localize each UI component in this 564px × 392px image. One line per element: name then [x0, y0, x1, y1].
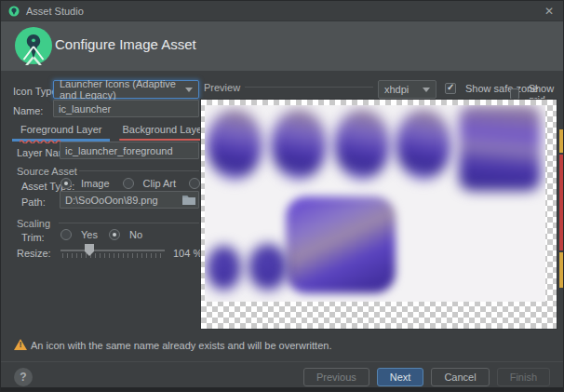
tab-foreground-layer[interactable]: Foreground Layer	[10, 121, 112, 142]
tab-label: Foreground Layer	[20, 124, 101, 135]
preview-section-label: Preview	[204, 82, 240, 93]
stripe-warning-mark	[559, 129, 563, 153]
preview-canvas	[201, 100, 557, 329]
window-title: Asset Studio	[26, 6, 84, 17]
help-button[interactable]: ?	[14, 368, 33, 386]
radio-clip-art-label: Clip Art	[143, 178, 176, 189]
preview-icon-blob	[396, 109, 451, 180]
icon-type-select[interactable]: Launcher Icons (Adaptive and Legacy)	[53, 80, 199, 99]
finish-button: Finish	[497, 368, 550, 386]
path-label: Path:	[21, 196, 46, 208]
preview-icon-blob	[271, 109, 327, 180]
warning-icon	[14, 339, 27, 350]
name-input[interactable]	[53, 100, 199, 117]
warning-text: An icon with the same name already exist…	[31, 340, 331, 351]
section-divider	[79, 170, 199, 171]
dialog-title: Configure Image Asset	[55, 36, 196, 52]
dialog-header: Configure Image Asset	[1, 21, 563, 71]
preview-icon-blob	[207, 246, 241, 291]
next-button[interactable]: Next	[377, 368, 424, 386]
chevron-down-icon	[185, 88, 193, 92]
android-studio-logo-icon	[14, 26, 53, 65]
icon-type-value: Launcher Icons (Adaptive and Legacy)	[60, 78, 185, 101]
radio-image-label: Image	[81, 178, 110, 189]
folder-icon[interactable]	[181, 194, 196, 205]
title-bar: Asset Studio ✕	[1, 1, 563, 21]
stripe-warning-mark	[559, 252, 563, 288]
name-label: Name:	[13, 105, 43, 116]
layer-name-input[interactable]	[60, 142, 199, 159]
density-value: xhdpi	[384, 84, 409, 95]
trim-radio-group: Yes No	[60, 229, 142, 240]
scaling-section-label: Scaling	[17, 218, 50, 229]
slider-ticks	[62, 253, 165, 258]
section-divider	[59, 223, 199, 223]
slider-track	[60, 250, 165, 251]
preview-icon-blob	[248, 244, 288, 291]
previous-button: Previous	[303, 368, 369, 386]
preview-icon-blob	[286, 196, 396, 293]
button-row: Previous Next Cancel Finish	[303, 368, 550, 386]
tab-label: Background Layer	[122, 124, 205, 135]
path-field-wrap	[60, 191, 199, 209]
radio-trim-no[interactable]	[109, 229, 120, 240]
section-divider	[245, 87, 373, 88]
radio-trim-yes[interactable]	[60, 229, 72, 240]
footer-divider	[1, 361, 563, 362]
path-input[interactable]	[60, 191, 199, 209]
preview-image	[205, 105, 545, 302]
close-icon[interactable]: ✕	[542, 4, 557, 19]
stripe-error-mark	[559, 155, 563, 250]
error-underline	[119, 139, 208, 141]
radio-clip-art[interactable]	[123, 178, 134, 189]
asset-studio-dialog: Asset Studio ✕ Configure Image Asset Ico…	[0, 0, 564, 392]
cancel-button[interactable]: Cancel	[431, 368, 489, 386]
density-select[interactable]: xhdpi	[378, 80, 436, 99]
app-icon	[8, 6, 20, 17]
preview-icon-blob	[459, 105, 541, 191]
show-safe-zone-checkbox[interactable]	[445, 83, 456, 94]
radio-trim-yes-label: Yes	[81, 229, 98, 240]
radio-image[interactable]	[60, 178, 72, 189]
chevron-down-icon	[423, 88, 430, 92]
show-grid-checkbox[interactable]	[510, 88, 519, 100]
preview-icon-blob	[334, 109, 390, 180]
preview-icon-blob	[207, 109, 262, 180]
resize-value: 104 %	[173, 248, 202, 259]
window-bottom-edge	[1, 387, 563, 392]
resize-label: Resize:	[17, 248, 51, 259]
radio-trim-no-label: No	[129, 229, 142, 240]
resize-slider[interactable]	[60, 244, 165, 259]
radio-text[interactable]	[189, 178, 200, 189]
trim-label: Trim:	[21, 232, 45, 243]
source-asset-section-label: Source Asset	[17, 166, 77, 177]
